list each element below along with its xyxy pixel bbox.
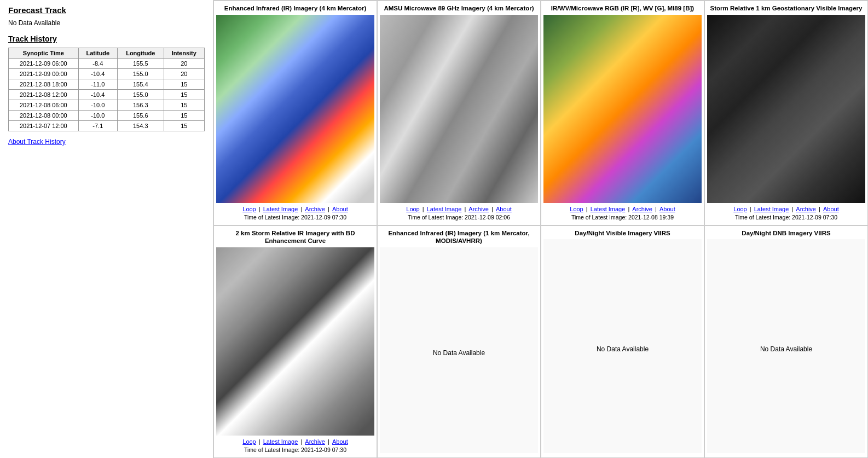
- table-row: 2021-12-09 00:00-10.4155.020: [9, 69, 205, 79]
- imagery-links: Loop | Latest Image | Archive | About: [570, 206, 675, 212]
- imagery-link-latest-image[interactable]: Latest Image: [263, 206, 298, 212]
- imagery-link-about[interactable]: About: [496, 206, 512, 212]
- cell-rgb: IR/WV/Microwave RGB (IR [R], WV [G], MI8…: [541, 1, 704, 225]
- table-cell: -7.1: [78, 121, 117, 131]
- imagery-link-about[interactable]: About: [823, 206, 839, 212]
- no-data-text: No Data Available: [597, 345, 649, 353]
- imagery-time: Time of Latest Image: 2021-12-09 07:30: [244, 447, 346, 453]
- table-row: 2021-12-08 06:00-10.0156.315: [9, 100, 205, 111]
- forecast-track-title: Forecast Track: [8, 5, 205, 15]
- imagery-grid: Enhanced Infrared (IR) Imagery (4 km Mer…: [213, 0, 868, 458]
- imagery-link-archive[interactable]: Archive: [632, 206, 652, 212]
- table-cell: 2021-12-07 12:00: [9, 121, 79, 131]
- imagery-title: AMSU Microwave 89 GHz Imagery (4 km Merc…: [384, 4, 534, 13]
- imagery-link-loop[interactable]: Loop: [406, 206, 419, 212]
- link-separator: |: [585, 206, 589, 212]
- imagery-title: Day/Night Visible Imagery VIIRS: [575, 229, 670, 237]
- imagery-title: Day/Night DNB Imagery VIIRS: [742, 229, 830, 237]
- cell-ir-1km: Enhanced Infrared (IR) Imagery (1 km Mer…: [377, 225, 541, 458]
- imagery-link-loop[interactable]: Loop: [242, 206, 256, 212]
- link-separator: |: [490, 206, 495, 212]
- table-cell: -10.0: [78, 100, 117, 111]
- table-cell: 2021-12-08 12:00: [9, 90, 79, 100]
- imagery-links: Loop | Latest Image | Archive | About: [733, 206, 838, 212]
- imagery-link-archive[interactable]: Archive: [796, 206, 816, 212]
- imagery-link-archive[interactable]: Archive: [468, 206, 489, 212]
- col-synoptic-time: Synoptic Time: [9, 48, 79, 59]
- track-history-table: Synoptic Time Latitude Longitude Intensi…: [8, 48, 205, 131]
- table-row: 2021-12-07 12:00-7.1154.315: [9, 121, 205, 131]
- link-separator: |: [421, 206, 426, 212]
- table-cell: 155.0: [117, 90, 164, 100]
- table-cell: 155.6: [117, 111, 164, 121]
- table-cell: 154.3: [117, 121, 164, 131]
- link-separator: |: [748, 206, 753, 212]
- table-cell: 2021-12-08 00:00: [9, 111, 79, 121]
- imagery-image: [216, 15, 374, 203]
- table-cell: 155.4: [117, 79, 164, 90]
- forecast-no-data: No Data Available: [8, 19, 205, 27]
- cell-amsu: AMSU Microwave 89 GHz Imagery (4 km Merc…: [377, 1, 541, 225]
- col-longitude: Longitude: [117, 48, 164, 59]
- imagery-time: Time of Latest Image: 2021-12-08 19:39: [571, 214, 674, 221]
- table-cell: 20: [164, 69, 204, 79]
- table-cell: 15: [164, 121, 204, 131]
- table-cell: 2021-12-09 06:00: [9, 59, 79, 69]
- table-cell: 20: [164, 59, 204, 69]
- table-cell: 15: [164, 79, 204, 90]
- table-row: 2021-12-08 00:00-10.0155.615: [9, 111, 205, 121]
- link-separator: |: [626, 206, 631, 212]
- table-row: 2021-12-09 06:00-8.4155.520: [9, 59, 205, 69]
- link-separator: |: [790, 206, 795, 212]
- imagery-link-latest-image[interactable]: Latest Image: [591, 206, 626, 212]
- table-cell: 155.5: [117, 59, 164, 69]
- imagery-links: Loop | Latest Image | Archive | About: [406, 206, 511, 212]
- link-separator: |: [817, 206, 822, 212]
- imagery-image: [380, 15, 538, 203]
- page-container: Forecast Track No Data Available Track H…: [0, 0, 868, 458]
- imagery-image: [707, 15, 865, 203]
- table-row: 2021-12-08 12:00-10.4155.015: [9, 90, 205, 100]
- imagery-image: No Data Available: [707, 239, 865, 453]
- imagery-link-about[interactable]: About: [332, 438, 348, 445]
- table-cell: -8.4: [78, 59, 117, 69]
- link-separator: |: [462, 206, 467, 212]
- table-cell: 155.0: [117, 69, 164, 79]
- imagery-link-loop[interactable]: Loop: [733, 206, 747, 212]
- table-cell: 15: [164, 100, 204, 111]
- imagery-time: Time of Latest Image: 2021-12-09 07:30: [735, 214, 837, 221]
- table-cell: 2021-12-08 18:00: [9, 79, 79, 90]
- imagery-link-archive[interactable]: Archive: [305, 206, 325, 212]
- about-track-history-link[interactable]: About Track History: [8, 138, 205, 146]
- imagery-link-latest-image[interactable]: Latest Image: [263, 438, 298, 445]
- imagery-link-loop[interactable]: Loop: [570, 206, 583, 212]
- table-cell: -10.0: [78, 111, 117, 121]
- imagery-link-about[interactable]: About: [659, 206, 675, 212]
- imagery-link-archive[interactable]: Archive: [305, 438, 325, 445]
- table-cell: -10.4: [78, 90, 117, 100]
- link-separator: |: [257, 206, 262, 212]
- no-data-text: No Data Available: [760, 345, 812, 353]
- imagery-link-latest-image[interactable]: Latest Image: [427, 206, 462, 212]
- cell-bd: 2 km Storm Relative IR Imagery with BD E…: [213, 225, 377, 458]
- cell-ir-4km: Enhanced Infrared (IR) Imagery (4 km Mer…: [213, 1, 377, 225]
- imagery-title: Enhanced Infrared (IR) Imagery (1 km Mer…: [380, 229, 538, 246]
- imagery-title: 2 km Storm Relative IR Imagery with BD E…: [216, 229, 374, 246]
- imagery-link-latest-image[interactable]: Latest Image: [754, 206, 789, 212]
- col-latitude: Latitude: [78, 48, 117, 59]
- cell-vis-1km: Storm Relative 1 km Geostationary Visibl…: [704, 1, 868, 225]
- imagery-link-loop[interactable]: Loop: [242, 438, 256, 445]
- imagery-time: Time of Latest Image: 2021-12-09 02:06: [408, 214, 510, 221]
- link-separator: |: [326, 206, 331, 212]
- imagery-title: Enhanced Infrared (IR) Imagery (4 km Mer…: [224, 4, 366, 13]
- table-cell: 2021-12-08 06:00: [9, 100, 79, 111]
- imagery-image: [543, 15, 702, 203]
- imagery-title: IR/WV/Microwave RGB (IR [R], WV [G], MI8…: [551, 4, 694, 13]
- imagery-link-about[interactable]: About: [332, 206, 348, 212]
- imagery-time: Time of Latest Image: 2021-12-09 07:30: [244, 214, 346, 221]
- col-intensity: Intensity: [164, 48, 204, 59]
- imagery-image: No Data Available: [543, 239, 702, 453]
- track-history-title: Track History: [8, 34, 205, 43]
- imagery-image: No Data Available: [380, 247, 538, 453]
- imagery-image: [216, 247, 374, 436]
